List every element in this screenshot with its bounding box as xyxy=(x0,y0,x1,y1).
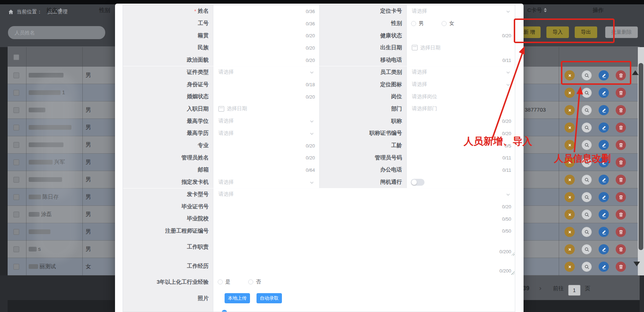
sort-icons[interactable] xyxy=(544,8,547,12)
export-button[interactable]: 导出 xyxy=(575,26,597,38)
chevron-down-icon[interactable] xyxy=(309,131,314,136)
search-icon[interactable] xyxy=(582,105,592,115)
select[interactable]: 请选择 xyxy=(213,66,320,79)
sort-icons[interactable] xyxy=(59,8,62,12)
row-checkbox[interactable] xyxy=(13,142,19,148)
delete-icon[interactable] xyxy=(616,192,626,202)
text-input[interactable]: 0/18 xyxy=(213,78,320,91)
revoke-card-icon[interactable] xyxy=(565,105,575,115)
revoke-card-icon[interactable] xyxy=(565,88,575,98)
search-icon[interactable] xyxy=(582,192,592,202)
delete-icon[interactable] xyxy=(616,157,626,167)
textarea[interactable]: 0/200 xyxy=(213,257,515,276)
search-icon[interactable] xyxy=(582,88,592,98)
gate-switch[interactable] xyxy=(407,176,515,188)
text-input[interactable]: 0/50 xyxy=(213,213,515,225)
edit-icon[interactable] xyxy=(599,122,609,133)
row-checkbox[interactable] xyxy=(13,264,19,270)
text-input[interactable]: 0/20 xyxy=(213,29,320,42)
revoke-card-icon[interactable] xyxy=(565,157,575,167)
chevron-down-icon[interactable] xyxy=(309,70,314,75)
row-checkbox[interactable] xyxy=(13,246,19,252)
text-input[interactable]: 0/20 xyxy=(407,115,515,127)
delete-icon[interactable] xyxy=(616,262,626,272)
textarea[interactable]: 0/200 xyxy=(213,237,515,257)
text-input[interactable]: 0/36 xyxy=(213,5,320,17)
edit-icon[interactable] xyxy=(599,157,609,167)
radio-option[interactable]: 女 xyxy=(442,20,454,27)
search-icon[interactable] xyxy=(582,244,592,254)
row-checkbox[interactable] xyxy=(13,194,19,200)
text-input[interactable]: 0/20 xyxy=(213,140,320,152)
delete-icon[interactable] xyxy=(616,209,626,220)
row-checkbox[interactable] xyxy=(13,159,19,165)
select[interactable]: 请选择 xyxy=(213,115,320,127)
edit-icon[interactable] xyxy=(599,70,609,80)
select[interactable]: 请选择 xyxy=(213,176,320,188)
edit-icon[interactable] xyxy=(599,209,609,220)
radio-option[interactable]: 是 xyxy=(218,279,230,285)
search-icon[interactable] xyxy=(582,122,592,133)
search-icon[interactable] xyxy=(582,140,592,150)
goto-page-input[interactable]: 1 xyxy=(568,285,581,296)
edit-icon[interactable] xyxy=(599,192,609,202)
scroll-up-icon[interactable] xyxy=(632,70,639,75)
text-input[interactable]: 0/50 xyxy=(213,225,515,237)
delete-icon[interactable] xyxy=(616,88,626,98)
radio-circle-icon[interactable] xyxy=(411,21,416,26)
edit-icon[interactable] xyxy=(599,140,609,150)
photo-upload-cell[interactable]: 本地上传自动录取 xyxy=(213,288,515,308)
radio-circle-icon[interactable] xyxy=(218,279,223,284)
revoke-card-icon[interactable] xyxy=(565,244,575,254)
auto-capture-button[interactable]: 自动录取 xyxy=(257,293,282,303)
text-input[interactable]: 0/20 xyxy=(407,29,515,42)
row-checkbox[interactable] xyxy=(13,229,19,235)
edit-icon[interactable] xyxy=(599,175,609,185)
batch-delete-button[interactable]: 批量删除 xyxy=(605,26,638,38)
select[interactable]: 请选择 xyxy=(407,5,515,17)
text-input[interactable]: 0/20 xyxy=(407,127,515,140)
switch-off[interactable] xyxy=(411,179,424,186)
revoke-card-icon[interactable] xyxy=(565,140,575,150)
text-input[interactable]: 0/20 xyxy=(213,91,320,103)
delete-icon[interactable] xyxy=(616,105,626,115)
radio-selected-icon[interactable] xyxy=(222,310,227,312)
radio-option[interactable]: 否 xyxy=(248,279,261,285)
text-input[interactable]: 0/20 xyxy=(213,151,320,164)
switch-knob[interactable] xyxy=(411,179,417,185)
select[interactable]: 请选择部门 xyxy=(407,103,515,115)
revoke-card-icon[interactable] xyxy=(565,209,575,220)
import-button[interactable]: 导入 xyxy=(546,26,569,38)
scrollbar-thumb[interactable] xyxy=(639,63,643,250)
revoke-card-icon[interactable] xyxy=(565,227,575,237)
delete-icon[interactable] xyxy=(616,70,626,80)
revoke-card-icon[interactable] xyxy=(565,192,575,202)
edit-icon[interactable] xyxy=(599,227,609,237)
revoke-card-icon[interactable] xyxy=(565,70,575,80)
radio-circle-icon[interactable] xyxy=(248,279,253,284)
chevron-down-icon[interactable] xyxy=(506,70,510,75)
resize-grip-icon[interactable] xyxy=(511,252,514,255)
select[interactable]: 请选择 xyxy=(407,78,515,91)
row-checkbox[interactable] xyxy=(13,90,19,96)
select[interactable]: 请选择 xyxy=(213,188,515,201)
chevron-down-icon[interactable] xyxy=(506,192,510,197)
revoke-card-icon[interactable] xyxy=(565,175,575,185)
delete-icon[interactable] xyxy=(616,140,626,150)
text-input[interactable]: 0/20 xyxy=(213,200,515,213)
chevron-down-icon[interactable] xyxy=(309,119,314,124)
text-input[interactable]: 0/36 xyxy=(213,17,320,30)
date-input[interactable]: 选择日期 xyxy=(407,42,515,54)
scroll-down-icon[interactable] xyxy=(633,262,640,266)
radio-option[interactable]: 男 xyxy=(411,20,424,27)
text-input[interactable]: 0/20 xyxy=(213,54,320,66)
revoke-card-icon[interactable] xyxy=(565,262,575,272)
radio-group[interactable]: 男女 xyxy=(407,17,515,30)
edit-icon[interactable] xyxy=(599,244,609,254)
page-number-last[interactable]: 39 xyxy=(523,285,529,292)
chevron-down-icon[interactable] xyxy=(506,82,510,87)
search-icon[interactable] xyxy=(582,209,592,220)
text-input[interactable]: 0/11 xyxy=(407,151,515,164)
text-input[interactable]: 0/11 xyxy=(407,164,515,176)
text-input[interactable]: 0/11 xyxy=(407,54,515,66)
